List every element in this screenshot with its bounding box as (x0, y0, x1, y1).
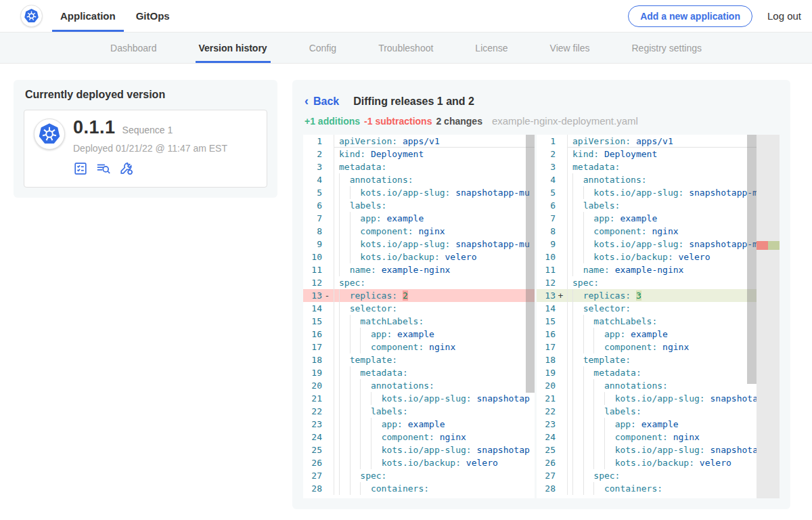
subnav-tab-troubleshoot[interactable]: Troubleshoot (357, 32, 454, 63)
code-line: 3metadata: (303, 160, 535, 173)
code-line: 28 containers: (537, 482, 780, 495)
nav-tab-gitops[interactable]: GitOps (136, 0, 170, 32)
code-line: 10 kots.io/backup: velero (303, 251, 535, 263)
diff-card: ‹ Back Diffing releases 1 and 2 +1 addit… (292, 80, 790, 509)
code-line: 28 containers: (303, 482, 535, 495)
code-line: 14 selector: (303, 302, 535, 315)
code-line: 17 component: nginx (537, 341, 780, 353)
code-line: 20 annotations: (537, 379, 780, 392)
code-line: 19 metadata: (303, 366, 535, 379)
preflight-checklist-icon[interactable] (73, 161, 88, 179)
code-line: 5 kots.io/app-slug: snapshotapp-mu (303, 186, 535, 199)
code-line: 11 name: example-nginx (537, 263, 780, 276)
code-line: 4 annotations: (303, 173, 535, 186)
code-line: 4 annotations: (537, 173, 780, 186)
code-line: 18 template: (303, 353, 535, 366)
code-line: 5 kots.io/app-slug: snapshotapp-mu (537, 186, 780, 199)
code-line: 21 kots.io/app-slug: snapshotap (537, 392, 780, 405)
subtractions-count: -1 subtractions (364, 116, 432, 127)
version-number: 0.1.1 (73, 117, 116, 138)
code-line: 20 annotations: (303, 379, 535, 392)
add-application-button[interactable]: Add a new application (628, 5, 752, 27)
code-line: 13- replicas: 2 (303, 289, 535, 302)
original-pane-scrollbar[interactable] (526, 135, 535, 393)
code-line: 2kind: Deployment (537, 148, 780, 160)
deployed-card-title: Currently deployed version (25, 89, 266, 101)
deployed-timestamp: Deployed 01/21/22 @ 11:47 am EST (73, 143, 227, 154)
back-link[interactable]: ‹ Back (304, 95, 339, 108)
code-line: 6 labels: (537, 199, 780, 212)
code-line: 23 app: example (303, 418, 535, 431)
code-line: 22 labels: (303, 405, 535, 418)
logout-link[interactable]: Log out (767, 10, 801, 22)
code-line: 3metadata: (537, 160, 780, 173)
code-line: 18 template: (537, 353, 780, 366)
additions-count: +1 additions (304, 116, 360, 127)
code-line: 12spec: (537, 276, 780, 289)
code-line: 17 component: nginx (303, 341, 535, 353)
diff-pane-modified[interactable]: 1apiVersion: apps/v12kind: Deployment3me… (537, 135, 780, 498)
code-line: 15 matchLabels: (303, 315, 535, 328)
primary-nav: ApplicationGitOps (60, 0, 170, 32)
subnav-tab-version-history[interactable]: Version history (178, 32, 288, 63)
subnav-tab-view-files[interactable]: View files (529, 32, 611, 63)
code-line: 21 kots.io/app-slug: snapshotap (303, 392, 535, 405)
view-logs-icon[interactable] (95, 161, 112, 179)
code-line: 16 app: example (537, 328, 780, 341)
sequence-label: Sequence 1 (122, 125, 173, 135)
diff-pane-original[interactable]: 1apiVersion: apps/v12kind: Deployment3me… (303, 135, 535, 498)
deployed-version-box: 0.1.1 Sequence 1 Deployed 01/21/22 @ 11:… (24, 110, 267, 188)
code-line: 12spec: (303, 276, 535, 289)
code-line: 9 kots.io/app-slug: snapshotapp-mu (537, 238, 780, 251)
nav-tab-application[interactable]: Application (60, 0, 116, 32)
code-line: 7 app: example (537, 212, 780, 225)
code-line: 19 metadata: (537, 366, 780, 379)
app-logo-icon (34, 118, 65, 150)
code-line: 25 kots.io/app-slug: snapshotap (303, 443, 535, 456)
code-line: 8 component: nginx (537, 225, 780, 238)
subnav-tab-dashboard[interactable]: Dashboard (89, 32, 178, 63)
code-line: 2kind: Deployment (303, 148, 535, 160)
code-line: 25 kots.io/app-slug: snapshotap (537, 443, 780, 456)
app-subnav: DashboardVersion historyConfigTroublesho… (0, 32, 812, 64)
kubernetes-helm-icon (24, 8, 39, 24)
ruler-addition-mark (768, 241, 780, 250)
code-line: 24 component: nginx (537, 431, 780, 443)
code-line: 11 name: example-nginx (303, 263, 535, 276)
code-line: 1apiVersion: apps/v1 (537, 135, 780, 148)
changes-count: 2 changes (436, 116, 482, 127)
code-line: 6 labels: (303, 199, 535, 212)
modified-pane-scrollbar[interactable] (747, 135, 757, 384)
main-content: Currently deployed version 0.1.1 (0, 64, 812, 509)
code-line: 26 kots.io/backup: velero (537, 456, 780, 469)
subnav-tab-license[interactable]: License (454, 32, 528, 63)
subnav-tab-registry-settings[interactable]: Registry settings (611, 32, 723, 63)
code-line: 27 spec: (303, 469, 535, 482)
code-line: 7 app: example (303, 212, 535, 225)
code-line: 8 component: nginx (303, 225, 535, 238)
code-line: 27 spec: (537, 469, 780, 482)
ruler-deletion-mark (757, 241, 768, 250)
top-header: ApplicationGitOps Add a new application … (0, 0, 812, 32)
back-chevron-icon: ‹ (304, 95, 309, 107)
subnav-tab-config[interactable]: Config (288, 32, 357, 63)
code-line: 15 matchLabels: (537, 315, 780, 328)
code-line: 13+ replicas: 3 (537, 289, 780, 302)
deployed-version-card: Currently deployed version 0.1.1 (14, 80, 277, 198)
kubernetes-logo-icon (20, 5, 43, 27)
code-line: 9 kots.io/app-slug: snapshotapp-mu (303, 238, 535, 251)
code-line: 10 kots.io/backup: velero (537, 251, 780, 263)
diff-title: Diffing releases 1 and 2 (353, 95, 474, 108)
code-line: 24 component: nginx (303, 431, 535, 443)
code-line: 14 selector: (537, 302, 780, 315)
code-line: 1apiVersion: apps/v1 (303, 135, 535, 148)
code-line: 26 kots.io/backup: velero (303, 456, 535, 469)
edit-config-tools-icon[interactable] (119, 161, 134, 179)
code-line: 23 app: example (537, 418, 780, 431)
code-line: 16 app: example (303, 328, 535, 341)
diff-filename: example-nginx-deployment.yaml (492, 115, 638, 127)
code-line: 22 labels: (537, 405, 780, 418)
diff-overview-ruler[interactable] (757, 135, 780, 498)
